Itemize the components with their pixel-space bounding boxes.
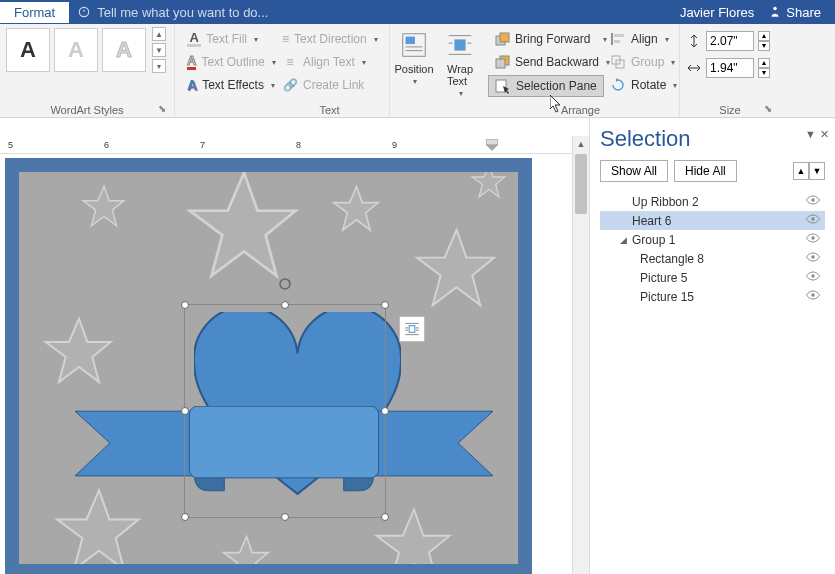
svg-rect-21 [486,139,498,145]
handle-nw[interactable] [181,301,189,309]
visibility-icon[interactable] [805,213,821,228]
handle-ne[interactable] [381,301,389,309]
svg-rect-3 [406,37,415,45]
selection-box[interactable] [184,304,386,518]
pane-options[interactable]: ▼ [805,128,816,141]
gallery-more[interactable]: ▾ [152,59,166,73]
text-fill-button[interactable]: AText Fill▾ [181,29,264,49]
visibility-icon[interactable] [805,270,821,285]
object-name: Rectangle 8 [640,252,704,266]
scroll-thumb[interactable] [575,154,587,214]
document-canvas[interactable] [5,158,532,574]
wrap-text-button[interactable]: Wrap Text▾ [444,27,476,100]
svg-rect-14 [496,59,505,68]
svg-point-36 [811,293,814,296]
group-label-wordart: WordArt Styles [0,104,174,116]
gallery-down[interactable]: ▼ [152,43,166,57]
visibility-icon[interactable] [805,232,821,247]
move-up-button[interactable]: ▲ [793,162,809,180]
object-name: Up Ribbon 2 [632,195,699,209]
pane-close[interactable]: ✕ [820,128,829,141]
horizontal-ruler[interactable]: 5 6 7 8 9 [0,136,589,154]
svg-point-33 [811,236,814,239]
handle-se[interactable] [381,513,389,521]
rotate-button[interactable]: Rotate▾ [604,75,676,95]
selection-pane-icon [495,78,511,94]
selection-pane: ▼ ✕ Selection Show All Hide All ▲ ▼ Up R… [589,118,835,574]
object-row[interactable]: Picture 5 [600,268,825,287]
scroll-up[interactable]: ▲ [573,136,589,152]
handle-s[interactable] [281,513,289,521]
object-name: Picture 15 [640,290,694,304]
align-icon [610,31,626,47]
move-down-button[interactable]: ▼ [809,162,825,180]
position-icon [398,29,430,61]
bring-forward-button[interactable]: Bring Forward▾ [488,29,604,49]
text-effects-icon: A [187,77,197,93]
selection-pane-button[interactable]: Selection Pane [488,75,604,97]
visibility-icon[interactable] [805,194,821,209]
tell-me-search[interactable]: Tell me what you want to do... [77,5,268,20]
width-up[interactable]: ▲ [758,58,770,68]
object-row[interactable]: Up Ribbon 2 [600,192,825,211]
hide-all-button[interactable]: Hide All [674,160,737,182]
handle-e[interactable] [381,407,389,415]
text-outline-button[interactable]: AText Outline▾ [181,52,264,72]
wordart-dialog-launcher[interactable]: ⬊ [158,103,170,115]
size-dialog-launcher[interactable]: ⬊ [764,103,776,115]
object-row[interactable]: Rectangle 8 [600,249,825,268]
wordart-gallery[interactable]: A A A ▲ ▼ ▾ [6,27,168,73]
object-name: Heart 6 [632,214,671,228]
svg-point-1 [774,7,778,11]
svg-rect-12 [500,33,509,42]
pane-title: Selection [600,126,825,152]
gallery-up[interactable]: ▲ [152,27,166,41]
wordart-style-2[interactable]: A [54,28,98,72]
height-up[interactable]: ▲ [758,31,770,41]
align-button[interactable]: Align▾ [604,29,676,49]
width-down[interactable]: ▼ [758,68,770,78]
object-list: Up Ribbon 2Heart 6◢Group 1Rectangle 8Pic… [600,192,825,306]
handle-w[interactable] [181,407,189,415]
svg-rect-6 [454,39,465,50]
expand-icon[interactable]: ◢ [620,235,632,245]
object-row[interactable]: Heart 6 [600,211,825,230]
height-icon [686,33,702,49]
wrap-text-icon [444,29,476,61]
handle-n[interactable] [281,301,289,309]
create-link-button[interactable]: 🔗Create Link [276,75,383,95]
bring-forward-icon [494,31,510,47]
width-input[interactable] [706,58,754,78]
text-direction-button[interactable]: ≡Text Direction▾ [276,29,383,49]
object-row[interactable]: ◢Group 1 [600,230,825,249]
svg-rect-18 [614,40,620,43]
handle-sw[interactable] [181,513,189,521]
width-icon [686,60,702,76]
height-input[interactable] [706,31,754,51]
send-backward-button[interactable]: Send Backward▾ [488,52,604,72]
visibility-icon[interactable] [805,289,821,304]
wordart-style-1[interactable]: A [6,28,50,72]
height-down[interactable]: ▼ [758,41,770,51]
group-label-text: Text [270,104,389,116]
object-row[interactable]: Picture 15 [600,287,825,306]
align-text-button[interactable]: ≡Align Text▾ [276,52,383,72]
vertical-scrollbar[interactable]: ▲ [572,136,589,574]
visibility-icon[interactable] [805,251,821,266]
wordart-style-3[interactable]: A [102,28,146,72]
share-button[interactable]: Share [768,5,821,20]
group-button[interactable]: Group▾ [604,52,676,72]
show-all-button[interactable]: Show All [600,160,668,182]
svg-rect-17 [614,34,624,37]
rotate-icon [610,77,626,93]
tab-format[interactable]: Format [0,2,69,23]
layout-options-button[interactable] [399,316,425,342]
object-name: Picture 5 [640,271,687,285]
object-name: Group 1 [632,233,675,247]
user-name[interactable]: Javier Flores [680,5,754,20]
rotate-handle[interactable] [278,277,292,291]
align-text-icon: ≡ [282,54,298,70]
text-effects-button[interactable]: AText Effects▾ [181,75,264,95]
svg-rect-24 [409,326,415,333]
position-button[interactable]: Position▾ [396,27,432,88]
